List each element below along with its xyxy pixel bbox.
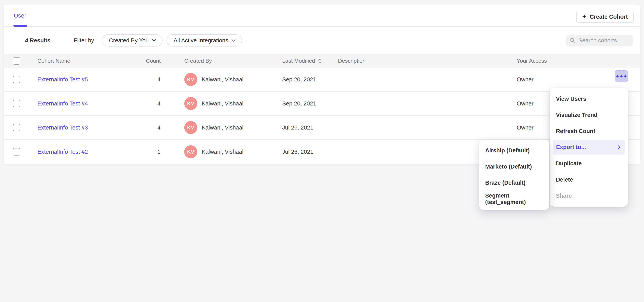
submenu-item-airship[interactable]: Airship (Default) bbox=[479, 142, 549, 158]
last-modified-date: Sep 20, 2021 bbox=[282, 100, 316, 107]
avatar: KV bbox=[184, 145, 197, 158]
column-header-last-modified[interactable]: Last Modified bbox=[282, 54, 322, 68]
active-tab-underline bbox=[14, 25, 27, 26]
sort-arrows-icon[interactable] bbox=[318, 58, 322, 64]
row-checkbox[interactable] bbox=[13, 100, 20, 107]
tab-user[interactable]: User bbox=[14, 4, 26, 26]
row-actions-menu: View Users Visualize Trend Refresh Count… bbox=[550, 88, 628, 206]
ellipsis-icon bbox=[616, 75, 618, 78]
creator-name: Kalwani, Vishaal bbox=[202, 100, 243, 107]
menu-item-visualize-trend[interactable]: Visualize Trend bbox=[550, 107, 628, 123]
last-modified-date: Jul 26, 2021 bbox=[282, 149, 313, 155]
chevron-down-icon bbox=[232, 38, 236, 42]
submenu-item-marketo[interactable]: Marketo (Default) bbox=[479, 158, 549, 175]
last-modified-date: Sep 20, 2021 bbox=[282, 76, 316, 83]
menu-item-duplicate[interactable]: Duplicate bbox=[550, 155, 628, 172]
cohort-name-link[interactable]: ExternalInfo Test #4 bbox=[38, 100, 88, 107]
table-row: ExternalInfo Test #3 4 KV Kalwani, Visha… bbox=[4, 116, 640, 140]
cohort-name-link[interactable]: ExternalInfo Test #3 bbox=[38, 124, 88, 131]
select-all-checkbox-cell bbox=[13, 54, 20, 68]
cohort-count: 4 bbox=[158, 124, 160, 131]
plus-icon: + bbox=[582, 12, 586, 20]
created-by-dropdown[interactable]: Created By You bbox=[102, 34, 162, 46]
access-value: Owner bbox=[517, 100, 534, 107]
column-header-description: Description bbox=[338, 54, 366, 68]
select-all-checkbox[interactable] bbox=[13, 57, 20, 65]
table-row: ExternalInfo Test #5 4 KV Kalwani, Visha… bbox=[4, 68, 640, 92]
creator-name: Kalwani, Vishaal bbox=[202, 76, 243, 83]
filter-by-label: Filter by bbox=[74, 37, 94, 44]
filter-bar: 4 Results Filter by Created By You All A… bbox=[4, 26, 640, 54]
search-input[interactable] bbox=[578, 37, 629, 44]
column-header-your-access: Your Access bbox=[517, 54, 547, 68]
last-modified-date: Jul 26, 2021 bbox=[282, 124, 313, 131]
export-submenu: Airship (Default) Marketo (Default) Braz… bbox=[479, 140, 549, 210]
cohort-count: 1 bbox=[158, 149, 160, 155]
create-cohort-label: Create Cohort bbox=[590, 14, 628, 20]
cohort-count: 4 bbox=[158, 100, 160, 107]
column-header-cohort-name: Cohort Name bbox=[38, 54, 70, 68]
column-header-created-by: Created By bbox=[184, 54, 212, 68]
tab-bar: User + Create Cohort bbox=[4, 4, 640, 26]
submenu-item-braze[interactable]: Braze (Default) bbox=[479, 175, 549, 191]
table-header: Cohort Name Count Created By Last Modifi… bbox=[4, 54, 640, 68]
creator-name: Kalwani, Vishaal bbox=[202, 149, 243, 155]
cohort-name-link[interactable]: ExternalInfo Test #5 bbox=[38, 76, 88, 83]
tab-user-label: User bbox=[14, 12, 26, 19]
row-actions-button[interactable] bbox=[615, 70, 628, 82]
avatar: KV bbox=[184, 73, 197, 86]
cohort-count: 4 bbox=[158, 76, 160, 83]
avatar: KV bbox=[184, 97, 197, 110]
create-cohort-button[interactable]: + Create Cohort bbox=[576, 11, 634, 23]
submenu-item-segment[interactable]: Segment (test_segment) bbox=[479, 191, 549, 207]
creator-name: Kalwani, Vishaal bbox=[202, 124, 243, 131]
column-header-count: Count bbox=[126, 54, 160, 68]
integrations-dropdown-value: All Active Integrations bbox=[174, 37, 228, 44]
cohort-name-link[interactable]: ExternalInfo Test #2 bbox=[38, 149, 88, 155]
integrations-dropdown[interactable]: All Active Integrations bbox=[166, 34, 242, 46]
last-modified-label: Last Modified bbox=[282, 58, 315, 64]
chevron-right-icon bbox=[616, 145, 622, 150]
menu-item-view-users[interactable]: View Users bbox=[550, 91, 628, 107]
row-checkbox[interactable] bbox=[13, 124, 20, 131]
menu-item-export-to[interactable]: Export to... bbox=[553, 140, 625, 154]
divider bbox=[62, 36, 62, 45]
row-checkbox[interactable] bbox=[13, 76, 20, 83]
results-count: 4 Results bbox=[25, 37, 50, 44]
table-row: ExternalInfo Test #4 4 KV Kalwani, Visha… bbox=[4, 92, 640, 116]
magnifier-icon bbox=[570, 37, 576, 44]
row-checkbox[interactable] bbox=[13, 148, 20, 156]
search-box bbox=[566, 35, 632, 46]
created-by-dropdown-value: Created By You bbox=[109, 37, 149, 44]
export-to-label: Export to... bbox=[556, 144, 586, 150]
access-value: Owner bbox=[517, 76, 534, 83]
access-value: Owner bbox=[517, 124, 534, 131]
menu-item-share: Share bbox=[550, 188, 628, 204]
menu-item-refresh-count[interactable]: Refresh Count bbox=[550, 123, 628, 139]
avatar: KV bbox=[184, 121, 197, 134]
chevron-down-icon bbox=[152, 38, 156, 42]
menu-item-delete[interactable]: Delete bbox=[550, 172, 628, 188]
